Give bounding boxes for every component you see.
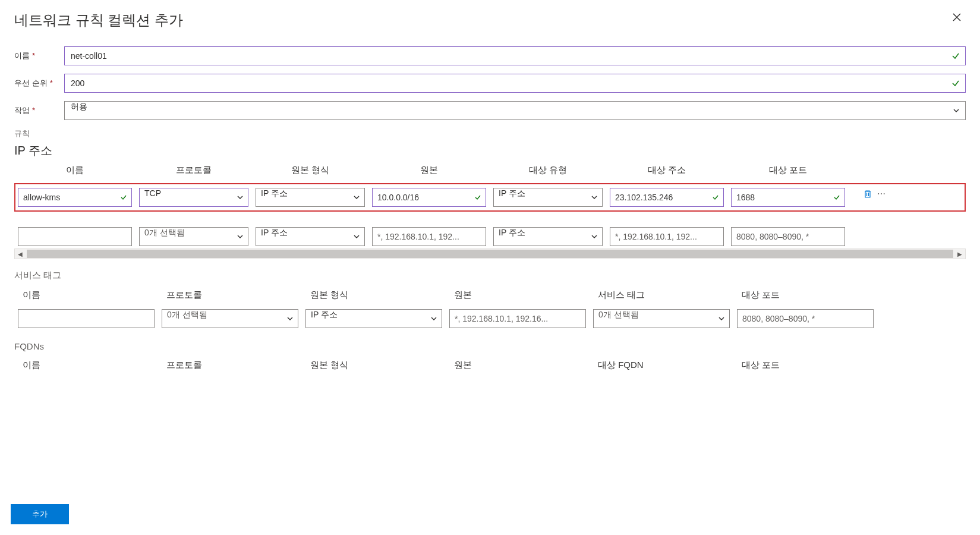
rule-source-input[interactable] (372, 188, 486, 207)
col-name: 이름 (18, 289, 155, 301)
rule-name-input[interactable] (18, 188, 132, 207)
svc-source-type-select[interactable]: IP 주소 (305, 309, 442, 328)
name-label: 이름* (14, 51, 64, 61)
action-label: 작업* (14, 105, 64, 116)
rule-dest-addr-input[interactable] (610, 227, 724, 246)
rule-dest-addr-input[interactable] (610, 188, 724, 207)
col-protocol: 프로토콜 (162, 289, 298, 301)
col-dest-addr: 대상 주소 (610, 165, 724, 176)
col-dest-port: 대상 포트 (737, 360, 874, 371)
rule-dest-port-input[interactable] (731, 188, 845, 207)
col-source: 원본 (372, 165, 486, 176)
rule-dest-port-input[interactable] (731, 227, 845, 246)
rule-source-type-select[interactable]: IP 주소 (256, 227, 365, 246)
service-tag-section-title: 서비스 태그 (14, 270, 966, 281)
col-protocol: 프로토콜 (162, 360, 298, 371)
svc-name-input[interactable] (18, 309, 155, 328)
table-row: 0개 선택됨 IP 주소 0개 선택됨 (14, 307, 966, 331)
fqdn-section-title: FQDNs (14, 341, 966, 351)
col-source-type: 원본 형식 (305, 360, 442, 371)
more-icon[interactable]: ⋯ (877, 189, 886, 199)
action-select[interactable]: 허용 (64, 101, 966, 120)
col-source-type: 원본 형식 (256, 165, 365, 176)
svc-tag-select[interactable]: 0개 선택됨 (593, 309, 730, 328)
rule-source-type-select[interactable]: IP 주소 (256, 188, 365, 207)
close-button[interactable] (948, 11, 966, 24)
scrollbar-thumb[interactable] (27, 250, 953, 258)
col-dest-type: 대상 유형 (493, 165, 603, 176)
rule-protocol-select[interactable]: 0개 선택됨 (139, 227, 248, 246)
col-protocol: 프로토콜 (139, 165, 248, 176)
scroll-right-arrow[interactable]: ▶ (954, 249, 965, 259)
priority-label: 우선 순위* (14, 78, 64, 89)
svc-source-input[interactable] (449, 309, 586, 328)
scroll-left-arrow[interactable]: ◀ (15, 249, 26, 259)
horizontal-scrollbar[interactable]: ◀ ▶ (14, 248, 966, 259)
col-source: 원본 (449, 360, 586, 371)
rule-source-input[interactable] (372, 227, 486, 246)
delete-button[interactable] (862, 188, 874, 200)
svc-dest-port-input[interactable] (737, 309, 874, 328)
close-icon (953, 13, 961, 21)
rule-name-input[interactable] (18, 227, 132, 246)
col-name: 이름 (18, 165, 132, 176)
col-source: 원본 (449, 289, 586, 301)
rule-dest-type-select[interactable]: IP 주소 (493, 227, 603, 246)
col-dest-fqdn: 대상 FQDN (593, 360, 730, 371)
col-source-type: 원본 형식 (305, 289, 442, 301)
page-title: 네트워크 규칙 컬렉션 추가 (14, 11, 183, 30)
trash-icon (863, 189, 872, 199)
col-dest-port: 대상 포트 (737, 289, 874, 301)
col-service-tag: 서비스 태그 (593, 289, 730, 301)
rule-dest-type-select[interactable]: IP 주소 (493, 188, 603, 207)
col-dest-port: 대상 포트 (731, 165, 845, 176)
rule-protocol-select[interactable]: TCP (139, 188, 248, 207)
rules-label: 규칙 (14, 128, 966, 139)
name-input[interactable] (64, 46, 966, 65)
table-row: 0개 선택됨 IP 주소 IP 주소 (14, 225, 966, 248)
svc-protocol-select[interactable]: 0개 선택됨 (162, 309, 298, 328)
col-name: 이름 (18, 360, 155, 371)
priority-input[interactable] (64, 74, 966, 93)
ip-section-title: IP 주소 (14, 143, 966, 159)
